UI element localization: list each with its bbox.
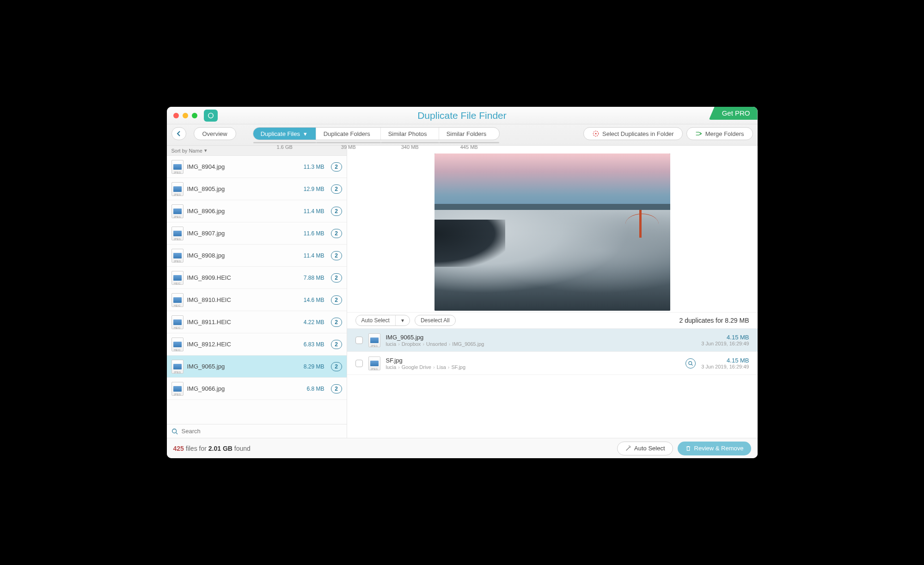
list-item[interactable]: JPEGIMG_9066.jpg6.8 MB2 — [167, 378, 347, 400]
titlebar: Duplicate File Finder Get PRO — [167, 107, 758, 124]
footer-auto-select-label: Auto Select — [634, 445, 665, 452]
select-duplicates-button[interactable]: Select Duplicates in Folder — [583, 127, 683, 140]
file-name: IMG_9066.jpg — [187, 385, 303, 392]
file-name: IMG_8906.jpg — [187, 208, 300, 215]
file-icon: JPEG — [171, 182, 184, 196]
trash-icon — [685, 445, 691, 452]
file-name: IMG_8911.HEIC — [187, 319, 300, 325]
merge-folders-button[interactable]: Merge Folders — [686, 127, 753, 140]
duplicate-summary: 2 duplicates for 8.29 MB — [679, 317, 749, 324]
list-item[interactable]: JPEGIMG_8906.jpg11.4 MB2 — [167, 200, 347, 222]
tab-size-label: 39 MB — [316, 142, 381, 150]
file-icon: JPEG — [368, 333, 380, 347]
merge-icon — [695, 130, 703, 137]
auto-select-dropdown[interactable]: ▾ — [396, 315, 410, 325]
chevron-down-icon: ▾ — [304, 130, 307, 137]
list-item[interactable]: JPEGIMG_9065.jpg8.29 MB2 — [167, 356, 347, 378]
svg-point-0 — [208, 113, 213, 118]
file-size: 11.6 MB — [304, 230, 324, 237]
auto-select-split-button[interactable]: Auto Select ▾ — [355, 315, 410, 326]
file-size: 11.4 MB — [304, 208, 324, 215]
duplicate-count-badge: 2 — [331, 318, 342, 327]
file-list[interactable]: JPEGIMG_8904.jpg11.3 MB2JPEGIMG_8905.jpg… — [167, 156, 347, 424]
file-name: IMG_8909.HEIC — [187, 274, 300, 281]
deselect-all-button[interactable]: Deselect All — [415, 315, 456, 326]
file-icon: HEIC — [171, 293, 184, 307]
svg-point-3 — [172, 429, 176, 433]
list-item[interactable]: JPEGIMG_8907.jpg11.6 MB2 — [167, 222, 347, 245]
duplicate-row[interactable]: JPEGSF.jpglucia›Google Drive›Lisa›SF.jpg… — [347, 352, 758, 375]
list-item[interactable]: JPEGIMG_8904.jpg11.3 MB2 — [167, 156, 347, 178]
file-name: IMG_8912.HEIC — [187, 341, 300, 348]
list-item[interactable]: HEICIMG_8912.HEIC6.83 MB2 — [167, 333, 347, 356]
list-item[interactable]: HEICIMG_8911.HEIC4.22 MB2 — [167, 311, 347, 333]
tab-size-label: 445 MB — [439, 142, 499, 150]
file-size: 6.8 MB — [306, 386, 324, 392]
get-pro-button[interactable]: Get PRO — [709, 107, 758, 120]
search-bar[interactable] — [167, 424, 347, 438]
duplicate-count-badge: 2 — [331, 340, 342, 349]
duplicate-count-badge: 2 — [331, 251, 342, 260]
file-size: 11.3 MB — [304, 164, 324, 170]
tab-size-label: 340 MB — [381, 142, 439, 150]
overview-button[interactable]: Overview — [194, 127, 236, 140]
file-size: 4.22 MB — [304, 319, 324, 325]
file-name: IMG_8908.jpg — [187, 252, 300, 259]
duplicate-count-badge: 2 — [331, 362, 342, 371]
tab-sizes: 1.6 GB39 MB340 MB445 MB — [253, 142, 499, 150]
search-icon — [171, 428, 178, 435]
file-icon: JPEG — [171, 160, 184, 174]
footer-auto-select-button[interactable]: Auto Select — [617, 442, 673, 455]
close-icon[interactable] — [173, 113, 179, 118]
file-size: 8.29 MB — [304, 363, 324, 370]
checkbox[interactable] — [355, 337, 363, 344]
select-duplicates-label: Select Duplicates in Folder — [602, 130, 674, 137]
file-icon: HEIC — [171, 271, 184, 285]
svg-line-4 — [176, 432, 177, 434]
file-name: IMG_8910.HEIC — [187, 296, 300, 303]
list-item[interactable]: JPEGIMG_8908.jpg11.4 MB2 — [167, 245, 347, 267]
duplicate-row[interactable]: JPEGIMG_9065.jpglucia›Dropbox›Unsorted›I… — [347, 329, 758, 352]
duplicate-date: 3 Jun 2019, 16:29:49 — [701, 364, 749, 369]
tab-duplicate-folders[interactable]: Duplicate Folders — [316, 128, 381, 140]
quicklook-button[interactable] — [685, 358, 696, 368]
tab-label: Similar Photos — [388, 130, 427, 137]
tab-duplicate-files[interactable]: Duplicate Files▾ — [253, 128, 316, 140]
toolbar: Overview Duplicate Files▾Duplicate Folde… — [167, 124, 758, 146]
review-remove-button[interactable]: Review & Remove — [678, 442, 751, 455]
file-size: 12.9 MB — [304, 186, 324, 192]
content: Sort by Name ▾ JPEGIMG_8904.jpg11.3 MB2J… — [167, 146, 758, 438]
category-tabs: Duplicate Files▾Duplicate FoldersSimilar… — [253, 127, 500, 140]
duplicate-count-badge: 2 — [331, 229, 342, 238]
back-button[interactable] — [171, 127, 186, 140]
zoom-icon[interactable] — [192, 113, 197, 118]
list-item[interactable]: JPEGIMG_8905.jpg12.9 MB2 — [167, 178, 347, 200]
duplicate-count-badge: 2 — [331, 162, 342, 172]
file-icon: JPEG — [171, 360, 184, 374]
file-size: 6.83 MB — [304, 341, 324, 348]
chevron-left-icon — [176, 131, 182, 136]
file-icon: HEIC — [171, 315, 184, 329]
minimize-icon[interactable] — [183, 113, 188, 118]
review-remove-label: Review & Remove — [694, 445, 744, 452]
tab-similar-photos[interactable]: Similar Photos — [381, 128, 439, 140]
duplicate-date: 3 Jun 2019, 16:29:49 — [701, 341, 749, 346]
duplicate-list: JPEGIMG_9065.jpglucia›Dropbox›Unsorted›I… — [347, 329, 758, 375]
merge-folders-label: Merge Folders — [705, 130, 744, 137]
tab-label: Duplicate Files — [261, 130, 300, 137]
duplicate-toolbar: Auto Select ▾ Deselect All 2 duplicates … — [347, 312, 758, 329]
file-icon: JPEG — [171, 204, 184, 218]
list-item[interactable]: HEICIMG_8910.HEIC14.6 MB2 — [167, 289, 347, 311]
sort-label: Sort by Name — [171, 148, 202, 154]
footer: 425 files for 2.01 GB found Auto Select … — [167, 438, 758, 458]
list-item[interactable]: HEICIMG_8909.HEIC7.88 MB2 — [167, 267, 347, 289]
app-icon — [204, 110, 218, 122]
file-name: IMG_8905.jpg — [187, 185, 300, 192]
detail-pane: Auto Select ▾ Deselect All 2 duplicates … — [347, 146, 758, 438]
tab-similar-folders[interactable]: Similar Folders — [439, 128, 499, 140]
search-input[interactable] — [182, 428, 342, 435]
duplicate-size: 4.15 MB — [701, 357, 749, 364]
file-icon: JPEG — [171, 227, 184, 240]
checkbox[interactable] — [355, 360, 363, 367]
auto-select-button[interactable]: Auto Select — [356, 315, 396, 325]
